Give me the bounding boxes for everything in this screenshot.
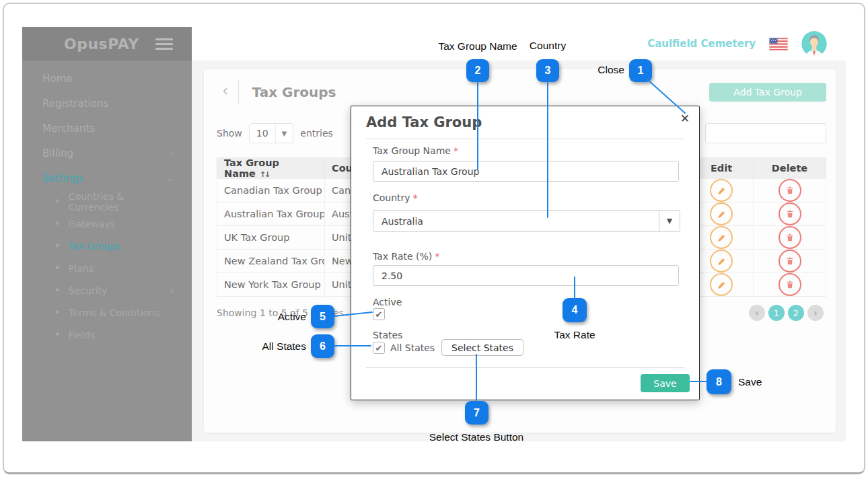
country-select-value: Australia [373,216,659,227]
tax-group-name-label: Tax Group Name* [373,145,458,156]
opuspay-logo: OpusPAY [64,36,139,52]
bullet-icon: • [55,218,61,230]
sidebar-item-settings[interactable]: Settings⌄ [22,166,192,190]
entries-per-page-select[interactable]: 10 ▼ [249,123,294,143]
caret-down-icon: ▼ [276,130,293,137]
delete-trash-icon[interactable] [779,226,801,249]
country-select[interactable]: Australia ▼ [373,210,680,232]
column-header-delete: Delete [754,157,826,179]
save-button[interactable]: Save [641,374,690,392]
required-asterisk: * [413,192,418,203]
divider [238,80,239,104]
sidebar-item-fields[interactable]: •Fields [22,324,192,346]
hamburger-menu-icon[interactable] [155,38,173,50]
us-flag-icon[interactable] [769,38,788,50]
delete-trash-icon[interactable] [779,250,801,272]
sidebar-item-tax-groups[interactable]: •Tax Groups [22,235,192,257]
active-checkbox[interactable]: ✔ [373,308,385,320]
sidebar-item-countries-currencies[interactable]: •Countries & Currencies [22,190,192,213]
divider [366,367,684,368]
sidebar-item-security[interactable]: •Security› [22,279,192,301]
close-icon[interactable]: ✕ [680,112,690,125]
pagination-next-button[interactable]: › [807,305,824,321]
all-states-label: All States [390,342,435,353]
sidebar-item-billing[interactable]: Billing› [22,141,192,166]
pagination-page-1[interactable]: 1 [768,305,785,321]
divider [366,139,684,139]
sidebar-header: OpusPAY [22,27,192,61]
edit-pencil-icon[interactable] [710,250,733,272]
country-label: Country* [373,192,418,203]
column-header-name[interactable]: Tax Group Name↑↓ [217,157,325,179]
sidebar-item-gateways[interactable]: •Gateways [22,213,192,235]
required-asterisk: * [454,145,458,156]
chevron-down-icon: ⌄ [166,172,174,184]
tax-rate-label: Tax Rate (%)* [373,251,439,262]
pagination-page-2[interactable]: 2 [788,305,804,321]
back-chevron-icon[interactable]: ‹ [217,83,238,102]
delete-trash-icon[interactable] [779,273,801,296]
edit-pencil-icon[interactable] [710,273,733,296]
merchant-name[interactable]: Caulfield Cemetery [647,38,756,50]
sidebar-item-merchants[interactable]: Merchants [22,116,192,141]
sidebar-item-home[interactable]: Home [22,66,192,91]
tax-rate-input[interactable] [373,265,679,286]
entries-label: entries [300,128,333,139]
all-states-checkbox[interactable]: ✔ [373,342,385,354]
user-avatar[interactable] [801,31,827,57]
sort-arrows-icon: ↑↓ [260,170,269,179]
edit-pencil-icon[interactable] [710,226,733,249]
bullet-icon: • [55,285,61,297]
sidebar-nav: Home Registrations Merchants Billing› Se… [22,66,192,190]
sidebar-item-terms-conditions[interactable]: •Terms & Conditions [22,301,192,324]
states-label: States [373,330,402,340]
modal-title: Add Tax Group [366,114,482,131]
pagination-prev-button[interactable]: ‹ [749,305,765,321]
active-label: Active [373,297,402,307]
sidebar: OpusPAY Home Registrations Merchants Bil… [22,27,192,441]
bullet-icon: • [55,240,61,252]
bullet-icon: • [55,262,61,274]
entries-per-page-value: 10 [250,124,276,143]
caret-down-icon: ▼ [659,211,680,231]
edit-pencil-icon[interactable] [710,203,733,225]
bullet-icon: • [55,196,61,208]
sidebar-item-registrations[interactable]: Registrations [22,91,192,116]
chevron-right-icon: › [170,285,174,297]
show-label: Show [217,128,242,139]
top-header-bar: Caulfield Cemetery [192,27,846,61]
bullet-icon: • [55,307,61,319]
required-asterisk: * [435,251,439,262]
delete-trash-icon[interactable] [779,203,801,225]
select-states-button[interactable]: Select States [441,339,523,356]
pagination: ‹ 1 2 › [749,305,826,321]
search-input[interactable] [705,123,826,143]
entries-summary: Showing 1 to 5 of 5 entries [217,307,344,318]
page-title: Tax Groups [252,84,336,100]
chevron-right-icon: › [170,147,174,159]
edit-pencil-icon[interactable] [710,179,733,202]
add-tax-group-button[interactable]: Add Tax Group [709,83,826,102]
card-header: ‹ Tax Groups Add Tax Group [217,79,826,106]
tax-group-name-input[interactable] [373,161,679,182]
delete-trash-icon[interactable] [779,179,801,202]
bullet-icon: • [55,329,61,341]
sidebar-item-plans[interactable]: •Plans [22,257,192,279]
settings-submenu: •Countries & Currencies •Gateways •Tax G… [22,190,192,346]
add-tax-group-modal: Add Tax Group ✕ Tax Group Name* Country*… [351,106,700,400]
